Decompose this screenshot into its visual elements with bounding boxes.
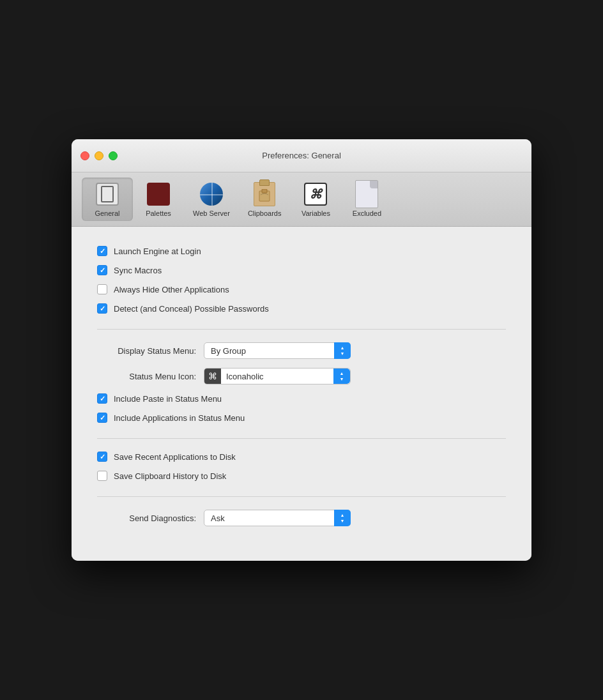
close-button[interactable] bbox=[80, 151, 89, 160]
checkbox-include-applications-label: Include Applications in Status Menu bbox=[114, 413, 245, 423]
excluded-icon bbox=[354, 181, 379, 207]
checkbox-save-clipboard[interactable] bbox=[97, 471, 107, 481]
tab-clipboards-label: Clipboards bbox=[248, 209, 282, 217]
tab-web-server[interactable]: Web Server bbox=[184, 178, 239, 221]
checkbox-row-detect-passwords[interactable]: Detect (and Conceal) Possible Passwords bbox=[97, 303, 506, 314]
checkbox-row-launch-engine[interactable]: Launch Engine at Login bbox=[97, 246, 506, 256]
tab-general[interactable]: General bbox=[82, 178, 133, 221]
checkbox-launch-engine[interactable] bbox=[97, 246, 107, 256]
checkbox-include-applications[interactable] bbox=[97, 413, 107, 423]
tab-web-server-label: Web Server bbox=[193, 209, 230, 217]
svg-rect-1 bbox=[262, 189, 267, 193]
checkbox-include-paste-label: Include Paste in Status Menu bbox=[114, 394, 222, 404]
checkbox-row-sync-macros[interactable]: Sync Macros bbox=[97, 265, 506, 275]
toolbar: General Palettes Web Server bbox=[72, 172, 531, 227]
display-status-menu-select-wrapper: By Group Flat Off bbox=[204, 342, 351, 359]
tab-variables-label: Variables bbox=[302, 209, 330, 217]
display-status-menu-label: Display Status Menu: bbox=[97, 346, 196, 356]
status-icon-text: Iconaholic bbox=[221, 372, 350, 381]
checkbox-sync-macros[interactable] bbox=[97, 265, 107, 275]
palettes-icon bbox=[146, 181, 171, 207]
status-menu-icon-select[interactable]: ⌘ Iconaholic bbox=[204, 368, 351, 384]
checkbox-detect-passwords-label: Detect (and Conceal) Possible Passwords bbox=[114, 304, 269, 314]
general-icon bbox=[95, 181, 120, 207]
checkbox-include-paste[interactable] bbox=[97, 393, 107, 404]
tab-excluded[interactable]: Excluded bbox=[341, 178, 392, 221]
tab-clipboards[interactable]: Clipboards bbox=[239, 178, 291, 221]
window-title: Preferences: General bbox=[262, 151, 341, 160]
checkbox-save-recent-label: Save Recent Applications to Disk bbox=[114, 452, 236, 462]
checkbox-launch-engine-label: Launch Engine at Login bbox=[114, 247, 201, 256]
tab-palettes[interactable]: Palettes bbox=[133, 178, 184, 221]
checkbox-row-save-recent[interactable]: Save Recent Applications to Disk bbox=[97, 452, 506, 462]
tab-palettes-label: Palettes bbox=[146, 209, 171, 217]
send-diagnostics-row: Send Diagnostics: Ask Always Never bbox=[97, 510, 506, 526]
variables-icon: ⌘ bbox=[303, 181, 328, 207]
checkbox-save-recent[interactable] bbox=[97, 452, 107, 462]
preferences-window: Preferences: General General Palettes We… bbox=[72, 139, 531, 561]
checkbox-row-always-hide[interactable]: Always Hide Other Applications bbox=[97, 284, 506, 294]
maximize-button[interactable] bbox=[109, 151, 118, 160]
checkbox-sync-macros-label: Sync Macros bbox=[114, 266, 162, 275]
minimize-button[interactable] bbox=[95, 151, 103, 160]
clipboards-icon bbox=[252, 181, 277, 207]
checkbox-row-include-applications[interactable]: Include Applications in Status Menu bbox=[97, 413, 506, 423]
checkbox-detect-passwords[interactable] bbox=[97, 303, 107, 314]
divider-3 bbox=[97, 496, 506, 497]
section-basic: Launch Engine at Login Sync Macros Alway… bbox=[97, 246, 506, 314]
divider-2 bbox=[97, 438, 506, 439]
section-disk: Save Recent Applications to Disk Save Cl… bbox=[97, 452, 506, 481]
tab-excluded-label: Excluded bbox=[353, 209, 381, 217]
checkbox-row-include-paste[interactable]: Include Paste in Status Menu bbox=[97, 393, 506, 404]
status-menu-icon-select-wrapper: ⌘ Iconaholic bbox=[204, 368, 351, 384]
checkbox-row-save-clipboard[interactable]: Save Clipboard History to Disk bbox=[97, 471, 506, 481]
checkbox-always-hide[interactable] bbox=[97, 284, 107, 294]
checkbox-always-hide-label: Always Hide Other Applications bbox=[114, 285, 229, 294]
section-status-menu: Display Status Menu: By Group Flat Off S… bbox=[97, 342, 506, 423]
send-diagnostics-select[interactable]: Ask Always Never bbox=[204, 510, 351, 526]
web-server-icon bbox=[199, 181, 224, 207]
status-menu-icon-row: Status Menu Icon: ⌘ Iconaholic bbox=[97, 368, 506, 384]
send-diagnostics-label: Send Diagnostics: bbox=[97, 514, 196, 523]
checkbox-save-clipboard-label: Save Clipboard History to Disk bbox=[114, 471, 226, 481]
display-status-menu-row: Display Status Menu: By Group Flat Off bbox=[97, 342, 506, 359]
status-menu-icon-label: Status Menu Icon: bbox=[97, 372, 196, 381]
status-icon-glyph: ⌘ bbox=[204, 368, 221, 384]
titlebar: Preferences: General bbox=[72, 139, 531, 172]
content-area: Launch Engine at Login Sync Macros Alway… bbox=[72, 227, 531, 561]
send-diagnostics-select-wrapper: Ask Always Never bbox=[204, 510, 351, 526]
window-controls bbox=[80, 151, 118, 160]
tab-variables[interactable]: ⌘ Variables bbox=[290, 178, 341, 221]
divider-1 bbox=[97, 329, 506, 330]
display-status-menu-select[interactable]: By Group Flat Off bbox=[204, 342, 351, 359]
tab-general-label: General bbox=[95, 209, 119, 217]
section-diagnostics: Send Diagnostics: Ask Always Never bbox=[97, 510, 506, 526]
